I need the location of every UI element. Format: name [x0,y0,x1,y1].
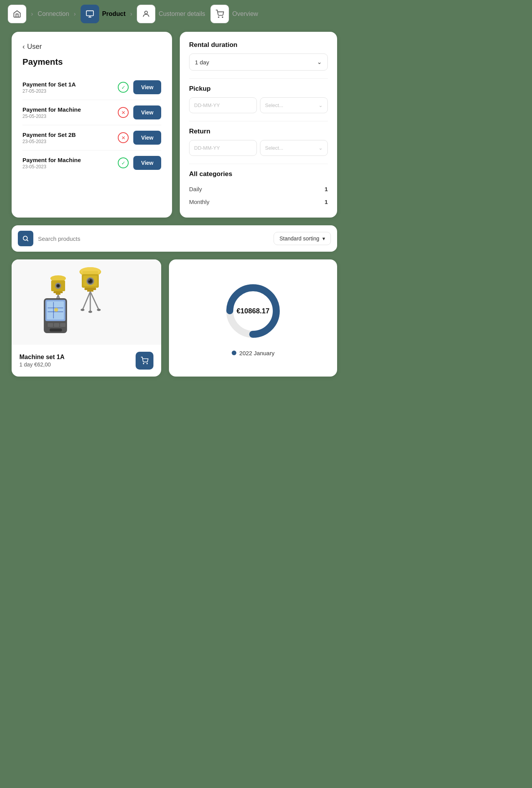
status-icon: ✓ [118,82,129,93]
svg-line-18 [90,292,99,310]
payments-card: ‹ User Payments Payment for Set 1A 27-05… [12,32,172,218]
donut-chart-card: €10868.17 2022 January [169,259,337,377]
svg-point-21 [97,309,101,311]
payment-info: Payment for Machine 23-05-2023 [22,157,118,169]
payment-item: Payment for Set 1A 27-05-2023 ✓ View [22,75,161,100]
donut-legend-label: 2022 January [239,350,275,356]
payment-list: Payment for Set 1A 27-05-2023 ✓ View Pay… [22,75,161,175]
back-icon: ‹ [22,43,25,51]
divider-2 [189,121,328,121]
pickup-date-placeholder: DD-MM-YY [194,102,220,108]
bottom-row: Machine set 1A 1 day €62,00 [12,259,337,377]
rental-duration-dropdown[interactable]: 1 day ⌄ [189,54,328,71]
main-content: ‹ User Payments Payment for Set 1A 27-05… [0,28,349,388]
top-navigation: › Connection › Product › Customer detail… [0,0,349,28]
nav-chevron-2: › [74,10,76,17]
add-to-cart-button[interactable] [136,352,153,370]
svg-point-44 [143,363,144,364]
svg-point-39 [54,308,58,312]
svg-point-1 [145,11,148,14]
payment-item: Payment for Machine 23-05-2023 ✓ View [22,150,161,175]
payments-title: Payments [22,57,161,67]
svg-rect-43 [50,328,62,332]
back-label: User [27,43,42,51]
payment-date: 23-05-2023 [22,139,118,144]
svg-point-27 [57,285,59,287]
search-icon-box [18,231,33,246]
svg-point-45 [147,363,148,364]
home-nav-btn[interactable] [8,5,26,23]
product-details: Machine set 1A 1 day €62,00 [19,354,64,368]
donut-chart: €10868.17 [222,280,284,342]
return-select-placeholder: Select... [265,145,283,151]
svg-point-3 [222,17,223,17]
product-illustration [12,259,161,345]
return-row: DD-MM-YY Select... ⌄ [189,140,328,156]
categories-list: Daily 1 Monthly 1 [189,183,328,208]
svg-point-2 [219,17,219,17]
nav-chevron-1: › [31,10,33,17]
legend-dot [232,351,236,355]
donut-legend: 2022 January [232,350,275,356]
svg-line-16 [83,292,90,310]
pickup-row: DD-MM-YY Select... ⌄ [189,97,328,113]
nav-customer-label: Customer details [158,10,205,17]
payment-info: Payment for Machine 25-05-2023 [22,106,118,119]
divider-3 [189,164,328,164]
payment-name: Payment for Machine [22,106,118,113]
svg-rect-42 [60,323,65,327]
category-name: Daily [189,186,202,192]
back-link[interactable]: ‹ User [22,43,161,51]
payment-info: Payment for Set 1A 27-05-2023 [22,81,118,94]
pickup-select-placeholder: Select... [265,102,283,108]
svg-point-13 [89,280,90,281]
customer-nav-btn[interactable] [137,5,155,23]
nav-connection-label: Connection [38,10,69,17]
product-card: Machine set 1A 1 day €62,00 [12,259,161,377]
category-count: 1 [325,186,328,192]
payment-info: Payment for Set 2B 23-05-2023 [22,131,118,144]
return-date-input[interactable]: DD-MM-YY [189,140,257,156]
category-name: Monthly [189,199,210,205]
chevron-down-icon: ⌄ [317,59,322,66]
categories-title: All categories [189,170,328,178]
sort-dropdown[interactable]: Standard sorting ▾ [274,232,331,245]
payment-item: Payment for Machine 25-05-2023 ✕ View [22,100,161,125]
payment-date: 25-05-2023 [22,114,118,119]
rental-card: Rental duration 1 day ⌄ Pickup DD-MM-YY … [180,32,337,218]
search-input[interactable] [38,235,269,242]
top-row: ‹ User Payments Payment for Set 1A 27-05… [12,32,337,218]
return-title: Return [189,128,328,135]
status-icon: ✕ [118,132,129,143]
view-button[interactable]: View [133,80,161,94]
svg-rect-7 [83,271,98,274]
nav-product-label: Product [102,10,126,17]
return-chevron-icon: ⌄ [319,145,323,151]
overview-nav-btn[interactable] [210,5,229,23]
pickup-date-input[interactable]: DD-MM-YY [189,97,257,113]
pickup-time-dropdown[interactable]: Select... ⌄ [260,97,328,113]
category-row: Monthly 1 [189,195,328,208]
pickup-chevron-icon: ⌄ [319,102,323,108]
view-button[interactable]: View [133,156,161,170]
payment-name: Payment for Machine [22,157,118,163]
svg-rect-0 [86,11,93,16]
nav-overview-label: Overview [232,10,258,17]
svg-rect-14 [84,288,96,290]
view-button[interactable]: View [133,131,161,145]
svg-rect-29 [56,293,60,295]
svg-rect-23 [52,278,64,280]
status-icon: ✓ [118,157,129,168]
return-time-dropdown[interactable]: Select... ⌄ [260,140,328,156]
payment-date: 23-05-2023 [22,164,118,169]
product-name: Machine set 1A [19,354,64,361]
product-nav-btn[interactable] [81,5,99,23]
divider-1 [189,78,328,79]
svg-rect-41 [54,323,59,327]
payment-name: Payment for Set 1A [22,81,118,88]
view-button[interactable]: View [133,105,161,119]
svg-rect-40 [48,323,53,327]
svg-rect-28 [53,291,63,293]
svg-point-20 [88,311,92,313]
rental-duration-value: 1 day [195,59,209,66]
